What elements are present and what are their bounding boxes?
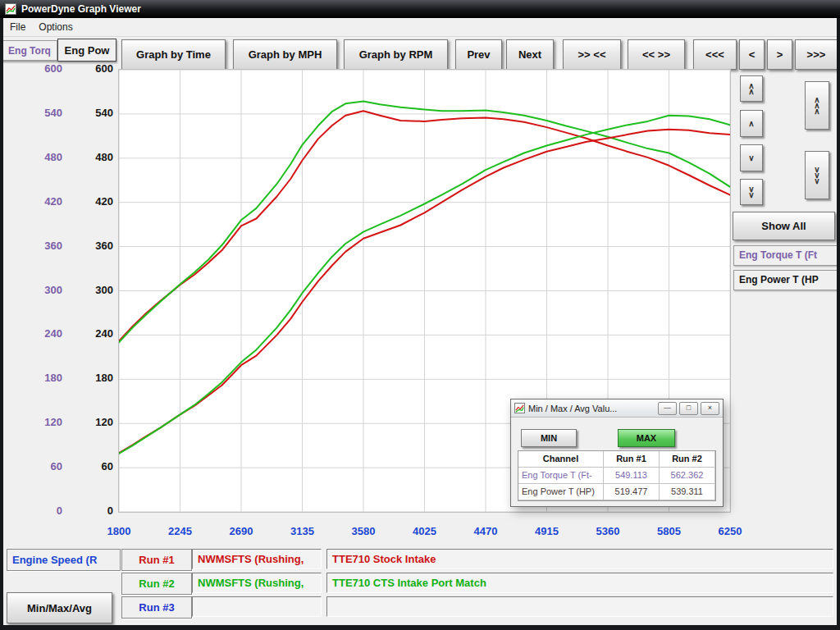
graph-by-mph-button[interactable]: Graph by MPH [233,39,337,70]
max-mode-button[interactable]: MAX [618,429,675,447]
chevron-down-icon: ∨ [814,178,819,184]
y-axis-label-torque: 300 [25,284,62,296]
minmax-window-titlebar[interactable]: Min / Max / Avg Valu... — □ × [511,399,723,418]
scroll-first-button[interactable]: <<< [693,39,737,70]
cell-channel-torque: Eng Torque T (Ft- [518,468,604,484]
app-icon [5,3,16,15]
prev-button[interactable]: Prev [455,39,502,70]
scale-up-fast-button[interactable]: ∧ ∧ [740,75,763,102]
graph-by-time-button[interactable]: Graph by Time [121,39,226,70]
chevron-up-icon: ∧ [748,121,754,126]
menu-file[interactable]: File [3,19,32,35]
window-border-right [837,18,840,630]
minmax-restore-button[interactable]: □ [679,402,698,415]
menu-bar: File Options [3,18,837,37]
minmax-close-button[interactable]: × [701,402,719,415]
run2-file-field[interactable]: NWMSFTS (Rushing, [192,573,322,593]
column-header-run2[interactable]: Run #2 [660,451,715,468]
minmax-table: Channel Run #1 Run #2 Eng Torque T (Ft- … [518,450,716,501]
scroll-right-button[interactable]: > [767,39,792,70]
minmax-minimize-button[interactable]: — [658,402,677,415]
x-axis-label: 5805 [651,525,687,537]
x-axis-label: 1800 [101,525,137,537]
x-axis-label: 6250 [712,525,748,537]
pan-down-button[interactable]: ∨ ∨ ∨ [805,151,829,199]
window-border-left [0,18,3,630]
window-border-bottom [0,625,840,630]
cell-power-run2-max: 539.311 [660,484,715,500]
run3-file-field[interactable] [192,596,322,617]
x-axis-label: 4025 [407,525,443,537]
run2-label[interactable]: Run #2 [121,573,192,595]
powerdyne-window: PowerDyne Graph Viewer — □ × File Option… [0,0,840,630]
run1-file-field[interactable]: NWMSFTS (Rushing, [192,549,322,569]
y-axis-label-power: 300 [75,284,113,296]
minmax-window-title: Min / Max / Avg Valu... [528,404,617,413]
y-axis-label-torque: 360 [25,240,62,252]
x-axis-channel-label[interactable]: Engine Speed (R [7,549,121,571]
minmax-table-header: Channel Run #1 Run #2 [518,451,715,468]
table-row: Eng Power T (HP) 519.477 539.311 [518,484,715,500]
min-mode-button[interactable]: MIN [521,429,577,447]
scroll-last-button[interactable]: >>> [795,39,838,70]
table-row: Eng Torque T (Ft- 549.113 562.362 [518,468,715,484]
y-axis-label-torque: 540 [25,107,62,119]
run1-description-field[interactable]: TTE710 Stock Intake [326,549,833,569]
x-axis-label: 3135 [285,525,321,537]
scale-up-button[interactable]: ∧ [740,110,763,137]
pan-up-button[interactable]: ∧ ∧ ∧ [805,81,829,130]
y-axis-label-power: 540 [75,107,113,119]
column-header-run1[interactable]: Run #1 [604,451,660,468]
y-axis-label-power: 0 [75,504,113,517]
next-button[interactable]: Next [506,39,554,70]
y-axis-label-torque: 60 [25,460,62,472]
min-max-avg-button[interactable]: Min/Max/Avg [7,592,112,623]
cell-channel-power: Eng Power T (HP) [518,484,604,500]
zoom-out-button[interactable]: << >> [628,39,685,70]
title-bar: PowerDyne Graph Viewer [0,0,840,18]
y-axis-label-power: 180 [75,372,113,384]
zoom-in-button[interactable]: >> << [563,39,621,70]
cell-torque-run2-max: 562.362 [660,468,715,484]
cell-power-run1-max: 519.477 [604,484,660,500]
x-axis-label: 4470 [468,525,504,537]
y-axis-label-power: 600 [75,62,113,75]
scroll-left-button[interactable]: < [739,39,765,70]
y-axis-label-power: 360 [75,240,113,252]
column-header-channel[interactable]: Channel [518,451,604,468]
y-axis-label-torque: 240 [25,327,62,340]
y-axis-label-power: 60 [75,460,113,472]
minmax-window: Min / Max / Avg Valu... — □ × MIN MAX Ch… [510,399,724,507]
chevron-down-icon: ∨ [748,155,754,161]
window-title: PowerDyne Graph Viewer [21,3,141,15]
minmax-window-icon [514,403,525,413]
run3-description-field[interactable] [326,596,833,617]
x-axis-label: 3580 [345,525,381,537]
y-axis-label-torque: 120 [25,416,62,428]
channel-legend-power[interactable]: Eng Power T (HP [733,270,840,290]
y-axis-label-power: 480 [75,151,113,163]
y-axis-label-torque: 480 [25,151,62,163]
run1-label[interactable]: Run #1 [121,549,192,571]
run2-description-field[interactable]: TTE710 CTS Intake Port Match [326,573,833,593]
y-axis-label-torque: 0 [25,504,62,517]
menu-options[interactable]: Options [32,19,79,35]
x-axis-label: 2245 [162,525,199,537]
graph-by-rpm-button[interactable]: Graph by RPM [344,39,448,70]
chevron-up-icon: ∧ [748,89,754,94]
y-axis-label-torque: 420 [25,195,62,208]
show-all-button[interactable]: Show All [733,212,835,240]
scale-down-fast-button[interactable]: ∨ ∨ [740,179,763,205]
tab-eng-power[interactable]: Eng Pow [57,39,116,62]
y-axis-label-torque: 180 [25,372,62,384]
channel-legend-torque[interactable]: Eng Torque T (Ft [733,245,840,266]
y-axis-label-torque: 600 [25,62,62,75]
x-axis-label: 4915 [529,525,565,537]
y-axis-label-power: 240 [75,327,113,340]
cell-torque-run1-max: 549.113 [604,468,660,484]
y-axis-label-power: 420 [75,195,113,208]
run3-label[interactable]: Run #3 [121,596,192,619]
scale-down-button[interactable]: ∨ [740,144,763,171]
tab-eng-torque[interactable]: Eng Torq [2,40,57,61]
y-axis-label-power: 120 [75,416,113,428]
